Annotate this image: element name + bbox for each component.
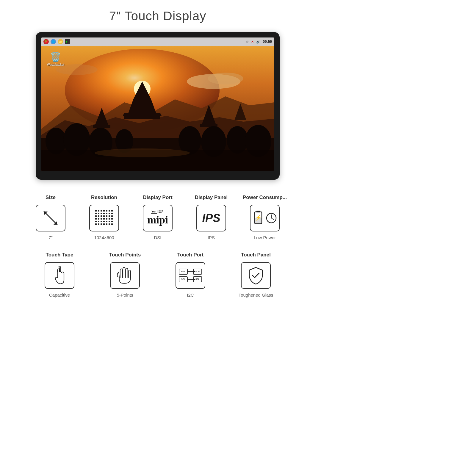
svg-point-23 (227, 126, 248, 154)
display-screen: 🍓 🌐 📁 ▶_ ☆ ✕ 🔊 09:59 (41, 37, 274, 171)
spec-display-panel: Display Panel IPS IPS (184, 195, 238, 240)
svg-line-27 (44, 212, 57, 225)
svg-rect-73 (256, 211, 260, 212)
spec-display-port-value: DSI (154, 235, 161, 240)
spec-resolution-value: 1024×600 (94, 235, 114, 240)
svg-point-26 (95, 148, 190, 157)
i2c-icon: SDA ▲ SCL SDA SCL (178, 267, 202, 284)
spec-display-panel-icon-box: IPS (196, 205, 226, 231)
spec-power-value: Low Power (254, 235, 276, 240)
svg-point-4 (208, 73, 243, 84)
spec-power: Power Consump... ⚡ (238, 195, 292, 240)
spec-size: Size 7" (24, 195, 77, 240)
spec-touch-panel-label: Touch Panel (241, 252, 271, 258)
bluetooth-icon: ☆ (246, 40, 249, 44)
taskbar-right: ☆ ✕ 🔊 09:59 (246, 40, 272, 44)
svg-text:⚡: ⚡ (255, 214, 262, 221)
svg-rect-63 (109, 221, 110, 222)
spec-touch-port-label: Touch Port (177, 252, 203, 258)
svg-rect-53 (101, 218, 102, 220)
svg-rect-32 (101, 210, 102, 212)
spec-touch-panel-value: Toughened Glass (239, 292, 273, 298)
svg-rect-68 (103, 223, 105, 225)
spec-display-panel-value: IPS (208, 235, 215, 240)
svg-rect-38 (98, 213, 99, 214)
spec-touch-port: Touch Port SDA ▲ SCL SDA (158, 252, 223, 298)
battery-icon: ⚡ (252, 210, 264, 226)
svg-rect-39 (101, 213, 102, 214)
svg-rect-31 (98, 210, 99, 212)
spec-touch-port-value: I2C (187, 292, 194, 298)
power-icon: ⚡ (252, 210, 277, 226)
wastebasket-label: Wastebasket (47, 63, 64, 66)
spec-touch-points-icon-box (110, 262, 140, 289)
folder-icon: 📁 (58, 39, 63, 44)
svg-rect-54 (103, 218, 105, 220)
touch-specs-row: Touch Type Capacitive Touch Points (12, 252, 303, 298)
svg-rect-52 (98, 218, 99, 220)
spec-touch-points-value: 5-Points (117, 292, 133, 298)
svg-rect-35 (109, 210, 110, 212)
taskbar-left: 🍓 🌐 📁 ▶_ (43, 39, 70, 44)
svg-rect-61 (103, 221, 105, 222)
svg-text:SDA: SDA (195, 270, 200, 273)
svg-rect-66 (98, 223, 99, 225)
spec-resolution-icon-box: // Generated via SVG rects (89, 205, 119, 231)
svg-rect-46 (101, 215, 102, 217)
svg-rect-70 (109, 223, 110, 225)
svg-marker-10 (123, 113, 162, 116)
spec-size-label: Size (46, 195, 56, 201)
svg-rect-41 (106, 213, 107, 214)
clock-icon (265, 212, 277, 224)
svg-rect-71 (111, 223, 113, 225)
svg-rect-67 (101, 223, 102, 225)
svg-rect-65 (95, 223, 97, 225)
taskbar: 🍓 🌐 📁 ▶_ ☆ ✕ 🔊 09:59 (41, 37, 274, 46)
svg-rect-64 (111, 221, 113, 222)
diagonal-icon (42, 209, 60, 227)
wifi-icon: ✕ (251, 40, 254, 44)
svg-rect-33 (103, 210, 105, 212)
spec-touch-points-label: Touch Points (109, 252, 141, 258)
spec-touch-points: Touch Points 5-Poin (92, 252, 158, 298)
svg-rect-56 (109, 218, 110, 220)
svg-rect-30 (95, 210, 97, 212)
svg-rect-34 (106, 210, 107, 212)
svg-rect-48 (106, 215, 107, 217)
svg-rect-60 (101, 221, 102, 222)
spec-display-port-label: Display Port (143, 195, 172, 201)
spec-resolution: Resolution // Generated via SVG rects (77, 195, 131, 240)
svg-rect-36 (111, 210, 113, 212)
page-title: 7" Touch Display (109, 9, 206, 23)
shield-icon (247, 266, 265, 285)
globe-icon: 🌐 (51, 39, 56, 44)
spec-display-port-icon-box: DSI mipi (143, 205, 173, 231)
spec-touch-port-icon-box: SDA ▲ SCL SDA SCL (176, 262, 205, 289)
svg-rect-55 (106, 218, 107, 220)
display-mockup: 🍓 🌐 📁 ▶_ ☆ ✕ 🔊 09:59 (36, 32, 280, 180)
wastebasket-image: 🗑️ (50, 52, 61, 62)
svg-rect-51 (95, 218, 97, 220)
svg-rect-43 (111, 213, 113, 214)
spec-touch-type-icon-box (45, 262, 74, 289)
spec-power-label: Power Consump... (243, 195, 287, 201)
svg-rect-57 (111, 218, 113, 220)
spec-size-value: 7" (48, 235, 53, 240)
svg-rect-40 (103, 213, 105, 214)
wastebasket-icon[interactable]: 🗑️ Wastebasket (47, 52, 64, 66)
spec-size-icon-box (36, 205, 65, 231)
svg-marker-87 (193, 278, 195, 281)
svg-rect-47 (103, 215, 105, 217)
svg-rect-42 (109, 213, 110, 214)
spec-touch-panel: Touch Panel Toughened Glass (223, 252, 289, 298)
touch-finger-icon (51, 266, 68, 285)
svg-text:SCL: SCL (195, 278, 200, 280)
svg-rect-49 (109, 215, 110, 217)
svg-text:SDA: SDA (181, 270, 186, 273)
svg-rect-44 (95, 215, 97, 217)
svg-rect-58 (95, 221, 97, 222)
spec-display-panel-label: Display Panel (195, 195, 228, 201)
spec-touch-type: Touch Type Capacitive (27, 252, 92, 298)
taskbar-time: 09:59 (263, 40, 272, 44)
spec-power-icon-box: ⚡ (250, 205, 280, 231)
